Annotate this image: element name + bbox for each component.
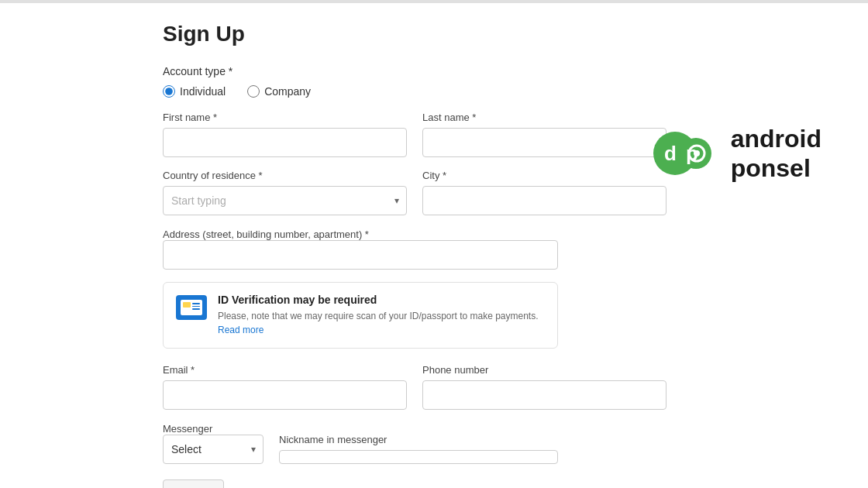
id-verification-title: ID Verification may be required: [218, 294, 545, 306]
email-label: Email *: [163, 364, 407, 376]
messenger-row: Messenger Select Telegram WhatsApp Viber…: [163, 422, 666, 464]
svg-text:p: p: [686, 142, 698, 165]
nickname-input[interactable]: [279, 450, 558, 464]
email-input[interactable]: [163, 380, 407, 410]
id-card-icon: [176, 295, 207, 320]
brand-logo: d p: [653, 126, 723, 180]
country-select-wrapper: Start typing ▾: [163, 186, 407, 215]
id-verification-text: ID Verification may be required Please, …: [218, 294, 545, 337]
address-input[interactable]: [163, 240, 558, 270]
first-name-label: First name *: [163, 112, 407, 123]
country-group: Country of residence * Start typing ▾: [163, 170, 407, 215]
name-row: First name * Last name *: [163, 112, 666, 157]
id-chip: [183, 302, 191, 308]
radio-individual-label: Individual: [180, 85, 226, 98]
messenger-select-wrapper: Select Telegram WhatsApp Viber Signal ▾: [163, 435, 264, 464]
radio-company-input[interactable]: [247, 85, 260, 98]
radio-company[interactable]: Company: [247, 85, 311, 98]
city-input[interactable]: [422, 186, 666, 215]
id-verification-box: ID Verification may be required Please, …: [163, 282, 558, 349]
contact-row: Email * Phone number: [163, 364, 666, 410]
id-line-3: [192, 308, 200, 310]
id-line-2: [192, 306, 200, 308]
id-lines: [192, 303, 200, 310]
messenger-label: Messenger: [163, 423, 212, 435]
nickname-group: Nickname in messenger: [279, 434, 666, 464]
phone-group: Phone number: [422, 364, 666, 410]
city-label: City *: [422, 170, 666, 181]
city-group: City *: [422, 170, 666, 215]
brand-name: android ponsel: [731, 124, 822, 184]
nickname-label: Nickname in messenger: [279, 434, 666, 445]
last-name-input[interactable]: [422, 128, 666, 157]
first-name-group: First name *: [163, 112, 407, 157]
location-row: Country of residence * Start typing ▾ Ci…: [163, 170, 666, 215]
radio-individual-input[interactable]: [163, 85, 175, 98]
last-name-label: Last name *: [422, 112, 666, 123]
id-verification-desc: Please, note that we may require scan of…: [218, 309, 545, 337]
page-title: Sign Up: [163, 22, 666, 46]
last-name-group: Last name *: [422, 112, 666, 157]
watermark: d p android ponsel: [653, 124, 822, 184]
first-name-input[interactable]: [163, 128, 407, 157]
form-container: Sign Up Account type * Individual Compan…: [0, 3, 666, 488]
radio-individual[interactable]: Individual: [163, 85, 226, 98]
read-more-link[interactable]: Read more: [218, 325, 264, 335]
country-select[interactable]: Start typing: [163, 186, 407, 215]
country-label: Country of residence *: [163, 170, 407, 181]
next-button[interactable]: Next: [163, 479, 224, 488]
address-row: Address (street, building number, apartm…: [163, 228, 666, 270]
id-line-1: [192, 303, 200, 304]
messenger-group: Messenger Select Telegram WhatsApp Viber…: [163, 422, 264, 464]
phone-label: Phone number: [422, 364, 666, 376]
email-group: Email *: [163, 364, 407, 410]
id-card-inner: [181, 300, 202, 315]
svg-text:d: d: [664, 142, 677, 165]
account-type-label: Account type *: [163, 65, 666, 77]
account-type-radio-group: Individual Company: [163, 85, 666, 98]
messenger-select[interactable]: Select Telegram WhatsApp Viber Signal: [163, 435, 264, 464]
address-label: Address (street, building number, apartm…: [163, 229, 369, 240]
page-wrapper: d p android ponsel Sign Up Account type …: [0, 0, 868, 488]
radio-company-label: Company: [264, 85, 311, 98]
phone-input[interactable]: [422, 380, 666, 410]
